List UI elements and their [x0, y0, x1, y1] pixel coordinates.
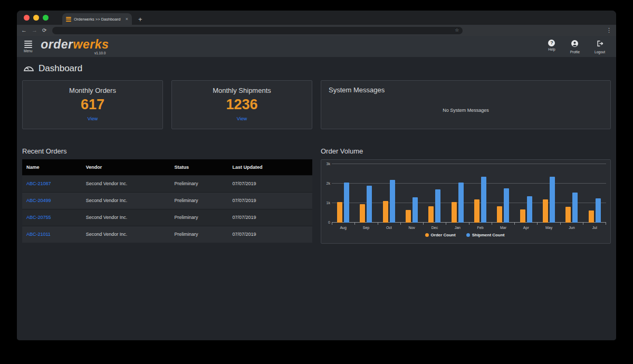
monthly-shipments-view-link[interactable]: View	[237, 116, 247, 121]
monthly-orders-value: 617	[23, 97, 162, 113]
no-messages-text: No System Messages	[329, 108, 603, 113]
shipment-count-bar	[504, 188, 509, 223]
monthly-orders-view-link[interactable]: View	[88, 116, 98, 121]
orders-table-body: ABC-21087Second Vendor Inc.Preliminary07…	[22, 175, 312, 243]
cell-vendor: Second Vendor Inc.	[82, 192, 170, 209]
cell-vendor: Second Vendor Inc.	[82, 209, 170, 226]
bookmark-star-icon[interactable]: ☆	[455, 28, 459, 33]
bar-group	[469, 164, 492, 223]
x-tick-label: Jul	[583, 226, 606, 229]
shipment-count-bar	[367, 186, 372, 223]
logout-icon	[597, 40, 603, 49]
y-tick-label: 3k	[327, 162, 330, 166]
shipment-count-bar	[572, 193, 578, 223]
bar-group	[332, 164, 354, 223]
browser-menu-icon[interactable]: ⋮	[606, 27, 612, 33]
order-name-link[interactable]: ABC-20499	[26, 198, 51, 203]
order-count-bar	[589, 210, 594, 223]
x-tick-label: Dec	[423, 226, 446, 229]
bar-group	[446, 164, 469, 223]
chart-tick-row	[332, 223, 606, 225]
close-window-button[interactable]	[24, 15, 30, 21]
y-tick-label: 1k	[327, 201, 330, 205]
order-count-bar	[337, 202, 342, 223]
recent-orders-section: Recent Orders Name Vendor Status Last Up…	[22, 147, 312, 244]
reload-icon[interactable]: ⟳	[42, 28, 46, 33]
x-tick	[424, 223, 446, 225]
cell-vendor: Second Vendor Inc.	[82, 175, 170, 192]
cell-last-updated: 07/07/2019	[228, 226, 313, 243]
back-icon[interactable]: ←	[21, 27, 27, 33]
order-count-bar	[497, 206, 502, 223]
table-row: ABC-21087Second Vendor Inc.Preliminary07…	[22, 175, 312, 192]
legend-label: Shipment Count	[472, 233, 505, 237]
order-name-link[interactable]: ABC-21087	[26, 181, 51, 186]
chart-body: 01k2k3k	[323, 164, 606, 223]
bar-group	[378, 164, 400, 223]
header-actions: ? Help Profile Logout	[548, 40, 605, 54]
shipment-count-bar	[481, 177, 486, 223]
help-icon: ?	[548, 40, 555, 46]
legend-item: Shipment Count	[466, 233, 505, 237]
chart-legend: Order CountShipment Count	[323, 233, 606, 237]
table-row: ABC-20755Second Vendor Inc.Preliminary07…	[22, 209, 312, 226]
x-tick-label: Sep	[354, 226, 377, 229]
chart-bars	[332, 164, 606, 223]
orders-table-header-row: Name Vendor Status Last Updated	[22, 159, 312, 175]
column-header-name: Name	[22, 159, 82, 175]
x-tick-label: Feb	[469, 226, 492, 229]
menu-button[interactable]: Menu	[24, 41, 32, 53]
x-tick-label: Jan	[446, 226, 469, 229]
monthly-shipments-value: 1236	[172, 97, 312, 113]
shipment-count-bar	[413, 197, 418, 223]
chart-y-axis: 01k2k3k	[323, 164, 332, 223]
monthly-orders-card: Monthly Orders 617 View	[22, 80, 163, 129]
legend-dot-icon	[425, 233, 429, 237]
cell-status: Preliminary	[170, 209, 228, 226]
profile-icon	[571, 40, 578, 49]
minimize-window-button[interactable]	[33, 15, 39, 21]
forward-icon[interactable]: →	[32, 27, 37, 33]
table-row: ABC-21011Second Vendor Inc.Preliminary07…	[22, 226, 312, 243]
bar-group	[354, 164, 377, 223]
help-button[interactable]: ? Help	[548, 40, 555, 54]
order-count-bar	[360, 204, 365, 223]
app-logo[interactable]: orderwerks v1.10.0	[41, 39, 109, 55]
order-name-link[interactable]: ABC-21011	[26, 232, 51, 237]
cell-status: Preliminary	[170, 192, 228, 209]
cell-status: Preliminary	[170, 175, 228, 192]
x-tick-label: Oct	[378, 226, 400, 229]
bar-group	[560, 164, 583, 223]
profile-button[interactable]: Profile	[570, 40, 580, 54]
table-row: ABC-20499Second Vendor Inc.Preliminary07…	[22, 192, 312, 209]
menu-label: Menu	[24, 49, 32, 53]
page-title-row: Dashboard	[22, 59, 611, 80]
card-title: Monthly Orders	[23, 87, 162, 94]
zoom-window-button[interactable]	[43, 15, 49, 21]
x-tick-label: Apr	[515, 226, 538, 229]
tab-close-icon[interactable]: ×	[126, 17, 128, 22]
logo-text: orderwerks	[41, 39, 109, 51]
browser-titlebar: Orderwerks >> Dashboard × +	[17, 11, 616, 25]
chart-x-axis: AugSepOctNovDecJanFebMarAprMayJunJul	[332, 226, 606, 229]
x-tick	[538, 223, 560, 225]
browser-tab[interactable]: Orderwerks >> Dashboard ×	[62, 13, 132, 25]
shipment-count-bar	[527, 196, 532, 223]
x-tick-label: Nov	[400, 226, 423, 229]
app-header: Menu orderwerks v1.10.0 ? Help Profile	[17, 36, 616, 57]
x-tick-label: Aug	[332, 226, 354, 229]
page-title: Dashboard	[39, 63, 82, 74]
legend-label: Order Count	[431, 233, 456, 237]
x-tick-label: Mar	[492, 226, 514, 229]
tab-favicon-icon	[66, 17, 71, 22]
new-tab-button[interactable]: +	[138, 16, 142, 23]
legend-dot-icon	[466, 233, 470, 237]
logout-button[interactable]: Logout	[594, 40, 605, 54]
order-name-link[interactable]: ABC-20755	[26, 215, 51, 220]
order-count-bar	[383, 201, 388, 223]
shipment-count-bar	[390, 180, 395, 223]
address-bar[interactable]: ☆	[52, 27, 463, 34]
x-tick-label: May	[538, 226, 560, 229]
order-count-bar	[452, 202, 457, 223]
bar-group	[423, 164, 446, 223]
